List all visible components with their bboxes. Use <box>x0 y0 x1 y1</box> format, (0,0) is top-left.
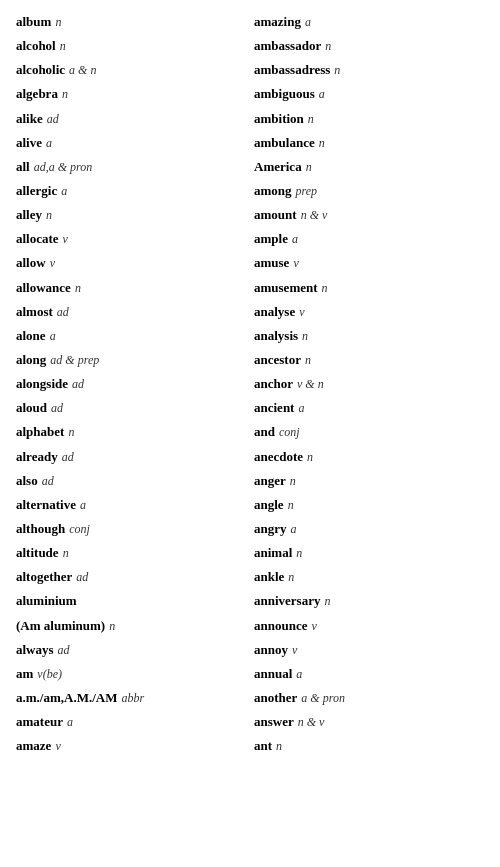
entry-word: amuse <box>254 253 289 273</box>
entry-pos: conj <box>69 520 90 539</box>
entry-pos: a <box>61 182 67 201</box>
entry-word: ambulance <box>254 133 315 153</box>
entry-pos: n & v <box>301 206 328 225</box>
entry-pos: n <box>75 279 81 298</box>
entry-pos: v <box>292 641 297 660</box>
list-item: ancestorn <box>250 348 488 372</box>
entry-pos: a & pron <box>301 689 345 708</box>
entry-word: ample <box>254 229 288 249</box>
entry-word: America <box>254 157 302 177</box>
entry-pos: ad <box>47 110 59 129</box>
list-item: (Am aluminum)n <box>12 614 250 638</box>
list-item: alphabetn <box>12 420 250 444</box>
list-item: alcoholn <box>12 34 250 58</box>
entry-word: always <box>16 640 54 660</box>
entry-pos: v <box>50 254 55 273</box>
entry-word: annoy <box>254 640 288 660</box>
entry-word: allocate <box>16 229 59 249</box>
entry-pos: a <box>319 85 325 104</box>
entry-word: alphabet <box>16 422 64 442</box>
entry-word: almost <box>16 302 53 322</box>
list-item: alreadyad <box>12 445 250 469</box>
list-item: alongad & prep <box>12 348 250 372</box>
list-item: anklen <box>250 565 488 589</box>
entry-word: analyse <box>254 302 295 322</box>
entry-pos: n <box>68 423 74 442</box>
entry-pos: ad <box>62 448 74 467</box>
list-item: answern & v <box>250 710 488 734</box>
list-item: annoyv <box>250 638 488 662</box>
entry-pos: n <box>324 592 330 611</box>
entry-pos: conj <box>279 423 300 442</box>
entry-word: ancestor <box>254 350 301 370</box>
entry-word: alcohol <box>16 36 56 56</box>
entry-pos: prep <box>296 182 318 201</box>
entry-pos: abbr <box>121 689 144 708</box>
entry-pos: n <box>302 327 308 346</box>
entry-word: answer <box>254 712 294 732</box>
entry-word: allergic <box>16 181 57 201</box>
entry-word: aluminium <box>16 591 77 611</box>
entry-word: ancient <box>254 398 294 418</box>
entry-word: anniversary <box>254 591 320 611</box>
entry-pos: n <box>306 158 312 177</box>
entry-pos: a <box>296 665 302 684</box>
entry-pos: a <box>298 399 304 418</box>
entry-pos: n <box>46 206 52 225</box>
entry-word: amazing <box>254 12 301 32</box>
entry-pos: n <box>305 351 311 370</box>
entry-pos: v <box>299 303 304 322</box>
entry-pos: n & v <box>298 713 325 732</box>
list-item: aluminium <box>12 589 250 613</box>
entry-word: announce <box>254 616 307 636</box>
entry-pos: v <box>311 617 316 636</box>
list-item: anecdoten <box>250 445 488 469</box>
entry-pos: v & n <box>297 375 324 394</box>
list-item: alongsidead <box>12 372 250 396</box>
list-item: allergica <box>12 179 250 203</box>
entry-pos: n <box>307 448 313 467</box>
entry-word: allow <box>16 253 46 273</box>
list-item: amountn & v <box>250 203 488 227</box>
entry-word: anger <box>254 471 286 491</box>
entry-word: amaze <box>16 736 51 756</box>
list-item: amateura <box>12 710 250 734</box>
list-item: allad,a & pron <box>12 155 250 179</box>
list-item: ambitionn <box>250 107 488 131</box>
entry-pos: n <box>308 110 314 129</box>
entry-pos: n <box>288 568 294 587</box>
entry-pos: a <box>291 520 297 539</box>
entry-pos: a <box>67 713 73 732</box>
entry-word: anecdote <box>254 447 303 467</box>
entry-word: although <box>16 519 65 539</box>
list-item: altogetherad <box>12 565 250 589</box>
list-item: amusev <box>250 251 488 275</box>
entry-word: alongside <box>16 374 68 394</box>
entry-word: algebra <box>16 84 58 104</box>
list-item: allocatev <box>12 227 250 251</box>
entry-word: also <box>16 471 38 491</box>
entry-word: alternative <box>16 495 76 515</box>
list-item: alsoad <box>12 469 250 493</box>
entry-pos: n <box>55 13 61 32</box>
list-item: anglen <box>250 493 488 517</box>
entry-word: annual <box>254 664 292 684</box>
entry-word: alley <box>16 205 42 225</box>
list-item: algebran <box>12 82 250 106</box>
list-item: alleyn <box>12 203 250 227</box>
list-item: amazev <box>12 734 250 758</box>
list-item: analysisn <box>250 324 488 348</box>
entry-pos: n <box>63 544 69 563</box>
list-item: allowancen <box>12 276 250 300</box>
list-item: alwaysad <box>12 638 250 662</box>
list-item: angrya <box>250 517 488 541</box>
list-item: ancienta <box>250 396 488 420</box>
entry-pos: a <box>292 230 298 249</box>
entry-word: already <box>16 447 58 467</box>
entry-word: amateur <box>16 712 63 732</box>
entry-word: ambiguous <box>254 84 315 104</box>
entry-word: and <box>254 422 275 442</box>
entry-pos: n <box>296 544 302 563</box>
entry-word: angry <box>254 519 287 539</box>
list-item: anchorv & n <box>250 372 488 396</box>
